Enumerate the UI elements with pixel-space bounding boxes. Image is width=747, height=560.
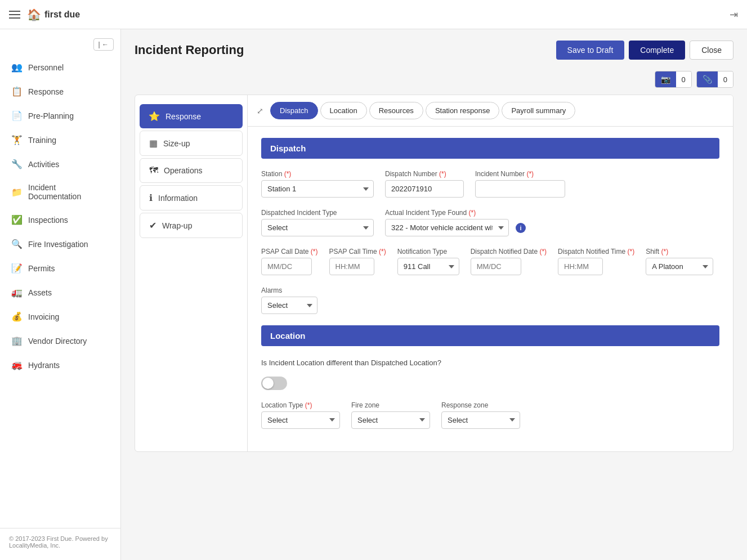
- logout-icon[interactable]: ⇥: [730, 8, 738, 21]
- sidebar-collapse-button[interactable]: | ←: [93, 38, 114, 51]
- form-nav-item-response[interactable]: ⭐ Response: [140, 104, 243, 128]
- sidebar-item-activities[interactable]: 🔧 Activities: [0, 152, 120, 176]
- tabs-bar: ⤢ DispatchLocationResourcesStation respo…: [248, 95, 733, 127]
- sidebar-icon-activities: 🔧: [11, 159, 23, 169]
- form-nav-icon-wrap-up: ✔: [149, 220, 156, 231]
- tab-resources[interactable]: Resources: [369, 102, 423, 119]
- psap-call-time-label: PSAP Call Time (*): [329, 248, 386, 256]
- fire-zone-select[interactable]: Select: [351, 411, 430, 429]
- dispatch-notified-time-input[interactable]: [558, 258, 603, 275]
- location-type-row: Location Type (*) Select Fire zone Selec…: [261, 401, 719, 429]
- main-layout: | ← 👥 Personnel 📋 Response 📄 Pre-Plannin…: [0, 29, 747, 560]
- sidebar-item-permits[interactable]: 📝 Permits: [0, 256, 120, 280]
- dispatch-notified-date-label: Dispatch Notified Date (*): [471, 248, 547, 256]
- station-label: Station (*): [261, 170, 374, 178]
- sidebar-label-invoicing: Invoicing: [28, 312, 59, 321]
- sidebar-icon-hydrants: 🚒: [11, 360, 23, 370]
- response-zone-group: Response zone Select: [441, 401, 520, 429]
- sidebar-item-fire-investigation[interactable]: 🔍 Fire Investigation: [0, 232, 120, 256]
- sidebar-label-fire-investigation: Fire Investigation: [28, 240, 88, 249]
- sidebar-label-hydrants: Hydrants: [28, 361, 60, 370]
- dispatch-notified-time-label: Dispatch Notified Time (*): [558, 248, 634, 256]
- photo-count: 0: [676, 72, 691, 87]
- form-body: Dispatch Station (*) Station 1: [248, 127, 733, 451]
- sidebar-label-permits: Permits: [28, 264, 55, 273]
- form-nav-label-size-up: Size-up: [163, 139, 190, 148]
- tab-dispatch[interactable]: Dispatch: [270, 102, 318, 119]
- form-nav-item-size-up[interactable]: ▦ Size-up: [140, 131, 243, 156]
- file-attach-btn[interactable]: 📎 0: [696, 71, 733, 88]
- station-select[interactable]: Station 1: [261, 180, 374, 198]
- sidebar-item-assets[interactable]: 🚛 Assets: [0, 280, 120, 304]
- location-type-select[interactable]: Select: [261, 411, 340, 429]
- sidebar-label-training: Training: [28, 136, 56, 145]
- dispatch-notified-time-group: Dispatch Notified Time (*): [558, 248, 634, 275]
- hamburger-menu[interactable]: [9, 11, 20, 19]
- sidebar-icon-fire-investigation: 🔍: [11, 239, 23, 249]
- sidebar-item-hydrants[interactable]: 🚒 Hydrants: [0, 353, 120, 377]
- sidebar-item-personnel[interactable]: 👥 Personnel: [0, 55, 120, 79]
- dispatch-number-label: Dispatch Number (*): [385, 170, 464, 178]
- sidebar-item-training[interactable]: 🏋 Training: [0, 128, 120, 152]
- sidebar-item-pre-planning[interactable]: 📄 Pre-Planning: [0, 104, 120, 128]
- dispatch-notified-date-group: Dispatch Notified Date (*): [471, 248, 547, 275]
- page-title: Incident Reporting: [135, 43, 244, 57]
- attachment-bar: 📷 0 📎 0: [135, 71, 733, 88]
- form-nav-icon-response: ⭐: [149, 111, 160, 122]
- fire-zone-group: Fire zone Select: [351, 401, 430, 429]
- toggle-wrap: [261, 377, 441, 390]
- form-nav-item-wrap-up[interactable]: ✔ Wrap-up: [140, 213, 243, 238]
- location-toggle-row: Is Incident Location different than Disp…: [261, 357, 719, 390]
- actual-incident-type-select[interactable]: 322 - Motor vehicle accident with injuri…: [385, 219, 509, 236]
- close-button[interactable]: Close: [690, 41, 733, 60]
- shift-group: Shift (*) A Platoon: [646, 248, 713, 275]
- actual-incident-type-wrap: 322 - Motor vehicle accident with injuri…: [385, 219, 526, 236]
- shift-select[interactable]: A Platoon: [646, 258, 713, 275]
- top-nav: 🏠 first due ⇥: [0, 0, 747, 29]
- sidebar-item-response[interactable]: 📋 Response: [0, 79, 120, 104]
- form-nav-item-operations[interactable]: 🗺 Operations: [140, 158, 243, 183]
- sidebar-item-vendor-directory[interactable]: 🏢 Vendor Directory: [0, 329, 120, 353]
- form-card: ⭐ Response ▦ Size-up 🗺 Operations ℹ Info…: [135, 95, 733, 452]
- sidebar-label-personnel: Personnel: [28, 63, 64, 72]
- sidebar-icon-permits: 📝: [11, 263, 23, 274]
- dispatch-notified-date-input[interactable]: [471, 258, 521, 275]
- tab-station-response[interactable]: Station response: [426, 102, 500, 119]
- expand-icon[interactable]: ⤢: [257, 106, 263, 115]
- photo-attach-btn[interactable]: 📷 0: [655, 71, 692, 88]
- form-row-3: PSAP Call Date (*) PSAP Call Time (*): [261, 248, 719, 314]
- incident-location-toggle[interactable]: [261, 377, 287, 390]
- tab-location[interactable]: Location: [320, 102, 367, 119]
- sidebar-item-invoicing[interactable]: 💰 Invoicing: [0, 304, 120, 329]
- page-header: Incident Reporting Save to Draft Complet…: [135, 41, 733, 60]
- sidebar-icon-inspections: ✅: [11, 214, 23, 225]
- form-row-2: Dispatched Incident Type Select Actual I…: [261, 209, 719, 236]
- tab-payroll-summary[interactable]: Payroll summary: [502, 102, 575, 119]
- incident-number-group: Incident Number (*): [475, 170, 565, 198]
- form-nav-label-operations: Operations: [164, 166, 202, 175]
- psap-call-date-input[interactable]: [261, 258, 312, 275]
- alarms-select[interactable]: Select: [261, 297, 317, 314]
- dispatch-section-header: Dispatch: [261, 138, 719, 159]
- notification-type-select[interactable]: 911 Call: [397, 258, 459, 275]
- psap-call-time-input[interactable]: [329, 258, 374, 275]
- dispatch-number-input[interactable]: [385, 180, 464, 198]
- info-icon[interactable]: i: [516, 223, 526, 233]
- sidebar-icon-assets: 🚛: [11, 287, 23, 298]
- sidebar-item-incident-documentation[interactable]: 📁 Incident Documentation: [0, 176, 120, 208]
- tabs-container: DispatchLocationResourcesStation respons…: [270, 102, 575, 119]
- save-draft-button[interactable]: Save to Draft: [556, 41, 625, 60]
- shift-label: Shift (*): [646, 248, 713, 256]
- paperclip-icon: 📎: [697, 71, 718, 87]
- file-count: 0: [718, 72, 733, 87]
- form-nav-icon-operations: 🗺: [149, 165, 158, 176]
- dispatched-incident-type-select[interactable]: Select: [261, 219, 374, 236]
- form-nav-icon-information: ℹ: [149, 192, 153, 203]
- response-zone-select[interactable]: Select: [441, 411, 520, 429]
- form-nav-item-information[interactable]: ℹ Information: [140, 185, 243, 210]
- incident-number-input[interactable]: [475, 180, 565, 198]
- complete-button[interactable]: Complete: [629, 41, 685, 60]
- sidebar-item-inspections[interactable]: ✅ Inspections: [0, 208, 120, 232]
- sidebar-collapse-area: | ←: [0, 34, 120, 55]
- logo-icon: 🏠: [27, 8, 41, 21]
